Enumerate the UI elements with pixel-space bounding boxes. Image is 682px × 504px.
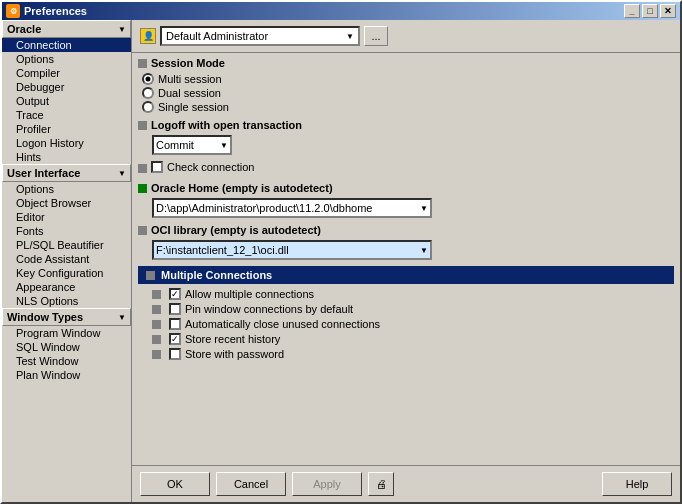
auto-close-checkbox[interactable] bbox=[169, 318, 181, 330]
bottom-bar: OK Cancel Apply 🖨 Help bbox=[132, 465, 680, 502]
sidebar-item-nls-options[interactable]: NLS Options bbox=[2, 294, 131, 308]
sidebar-item-profiler[interactable]: Profiler bbox=[2, 122, 131, 136]
sidebar-item-code-assistant[interactable]: Code Assistant bbox=[2, 252, 131, 266]
window-title: Preferences bbox=[24, 5, 87, 17]
oracle-items: Connection Options Compiler Debugger Out… bbox=[2, 38, 131, 164]
logoff-section: Logoff with open transaction Commit ▼ bbox=[138, 119, 674, 155]
close-button[interactable]: ✕ bbox=[660, 4, 676, 18]
session-mode-options: Multi session Dual session Single sessio… bbox=[138, 73, 674, 113]
maximize-button[interactable]: □ bbox=[642, 4, 658, 18]
pin-window-connections-row: Pin window connections by default bbox=[152, 303, 674, 315]
sidebar-item-logon-history[interactable]: Logon History bbox=[2, 136, 131, 150]
check-connection-indicator bbox=[138, 164, 147, 173]
oci-library-dropdown[interactable]: F:\instantclient_12_1\oci.dll ▼ bbox=[152, 240, 432, 260]
allow-multiple-connections-checkbox[interactable] bbox=[169, 288, 181, 300]
title-bar: ⚙ Preferences _ □ ✕ bbox=[2, 2, 680, 20]
dual-session-option[interactable]: Dual session bbox=[142, 87, 674, 99]
sidebar-item-hints[interactable]: Hints bbox=[2, 150, 131, 164]
session-mode-section: Session Mode Multi session Dual session bbox=[138, 57, 674, 113]
oracle-home-dropdown-arrow: ▼ bbox=[420, 204, 428, 213]
sidebar-item-plan-window[interactable]: Plan Window bbox=[2, 368, 131, 382]
sidebar-item-fonts[interactable]: Fonts bbox=[2, 224, 131, 238]
ui-items: Options Object Browser Editor Fonts PL/S… bbox=[2, 182, 131, 308]
user-interface-section-header[interactable]: User Interface ▼ bbox=[2, 164, 131, 182]
connection-dropdown[interactable]: Default Administrator ▼ bbox=[160, 26, 360, 46]
print-button[interactable]: 🖨 bbox=[368, 472, 394, 496]
sidebar-item-options[interactable]: Options bbox=[2, 52, 131, 66]
oci-library-dropdown-arrow: ▼ bbox=[420, 246, 428, 255]
mc-header-indicator bbox=[146, 271, 155, 280]
sidebar-item-plsql-beautifier[interactable]: PL/SQL Beautifier bbox=[2, 238, 131, 252]
sidebar-item-program-window[interactable]: Program Window bbox=[2, 326, 131, 340]
settings-scroll-area: Session Mode Multi session Dual session bbox=[132, 53, 680, 465]
sidebar-item-connection[interactable]: Connection bbox=[2, 38, 131, 52]
sidebar-item-test-window[interactable]: Test Window bbox=[2, 354, 131, 368]
session-mode-label: Session Mode bbox=[151, 57, 225, 69]
oracle-home-value: D:\app\Administrator\product\11.2.0\dbho… bbox=[156, 202, 372, 214]
multi-session-option[interactable]: Multi session bbox=[142, 73, 674, 85]
oci-library-section: OCI library (empty is autodetect) F:\ins… bbox=[138, 224, 674, 260]
oracle-section-header[interactable]: Oracle ▼ bbox=[2, 20, 131, 38]
oracle-home-dropdown[interactable]: D:\app\Administrator\product\11.2.0\dbho… bbox=[152, 198, 432, 218]
sidebar-item-object-browser[interactable]: Object Browser bbox=[2, 196, 131, 210]
connection-dropdown-value: Default Administrator bbox=[166, 30, 268, 42]
oracle-home-select-row: D:\app\Administrator\product\11.2.0\dbho… bbox=[152, 198, 674, 218]
minimize-button[interactable]: _ bbox=[624, 4, 640, 18]
pin-window-connections-checkbox[interactable] bbox=[169, 303, 181, 315]
auto-close-label: Automatically close unused connections bbox=[185, 318, 380, 330]
oci-library-select-row: F:\instantclient_12_1\oci.dll ▼ bbox=[152, 240, 674, 260]
logoff-select-row: Commit ▼ bbox=[152, 135, 674, 155]
check-connection-section: Check connection bbox=[138, 161, 674, 176]
window-types-label: Window Types bbox=[7, 311, 83, 323]
user-interface-label: User Interface bbox=[7, 167, 80, 179]
sidebar-item-key-configuration[interactable]: Key Configuration bbox=[2, 266, 131, 280]
check-connection-checkbox[interactable] bbox=[151, 161, 163, 173]
connection-dropdown-arrow: ▼ bbox=[346, 32, 354, 41]
oracle-arrow: ▼ bbox=[118, 25, 126, 34]
sidebar-item-sql-window[interactable]: SQL Window bbox=[2, 340, 131, 354]
window-types-section-header[interactable]: Window Types ▼ bbox=[2, 308, 131, 326]
sidebar-item-output[interactable]: Output bbox=[2, 94, 131, 108]
multiple-connections-header: Multiple Connections bbox=[138, 266, 674, 284]
window-icon: ⚙ bbox=[6, 4, 20, 18]
settings-inner: Session Mode Multi session Dual session bbox=[132, 53, 680, 465]
store-recent-history-row: Store recent history bbox=[152, 333, 674, 345]
right-panel: 👤 Default Administrator ▼ ... Session Mo… bbox=[132, 20, 680, 502]
check-connection-checkbox-row: Check connection bbox=[151, 161, 254, 173]
single-session-option[interactable]: Single session bbox=[142, 101, 674, 113]
store-recent-history-checkbox[interactable] bbox=[169, 333, 181, 345]
single-session-radio[interactable] bbox=[142, 101, 154, 113]
single-session-label: Single session bbox=[158, 101, 229, 113]
multiple-connections-label: Multiple Connections bbox=[161, 269, 272, 281]
sidebar-item-trace[interactable]: Trace bbox=[2, 108, 131, 122]
mc-options: Allow multiple connections Pin window co… bbox=[138, 288, 674, 360]
left-panel: Oracle ▼ Connection Options Compiler Deb… bbox=[2, 20, 132, 502]
oracle-label: Oracle bbox=[7, 23, 41, 35]
oracle-home-content: D:\app\Administrator\product\11.2.0\dbho… bbox=[138, 198, 674, 218]
title-bar-left: ⚙ Preferences bbox=[6, 4, 87, 18]
help-button[interactable]: Help bbox=[602, 472, 672, 496]
sidebar-item-ui-options[interactable]: Options bbox=[2, 182, 131, 196]
sidebar-item-appearance[interactable]: Appearance bbox=[2, 280, 131, 294]
apply-button[interactable]: Apply bbox=[292, 472, 362, 496]
pin-section-indicator bbox=[152, 305, 161, 314]
sidebar-item-editor[interactable]: Editor bbox=[2, 210, 131, 224]
multi-session-radio[interactable] bbox=[142, 73, 154, 85]
check-connection-label: Check connection bbox=[167, 161, 254, 173]
logoff-dropdown[interactable]: Commit ▼ bbox=[152, 135, 232, 155]
session-mode-indicator bbox=[138, 59, 147, 68]
sidebar-item-debugger[interactable]: Debugger bbox=[2, 80, 131, 94]
main-content: Oracle ▼ Connection Options Compiler Deb… bbox=[2, 20, 680, 502]
oracle-home-title-row: Oracle Home (empty is autodetect) bbox=[138, 182, 674, 194]
logoff-content: Commit ▼ bbox=[138, 135, 674, 155]
dual-session-label: Dual session bbox=[158, 87, 221, 99]
srh-indicator bbox=[152, 335, 161, 344]
ok-button[interactable]: OK bbox=[140, 472, 210, 496]
dual-session-radio[interactable] bbox=[142, 87, 154, 99]
store-with-password-checkbox[interactable] bbox=[169, 348, 181, 360]
cancel-button[interactable]: Cancel bbox=[216, 472, 286, 496]
dots-button[interactable]: ... bbox=[364, 26, 388, 46]
oracle-home-label: Oracle Home (empty is autodetect) bbox=[151, 182, 333, 194]
sidebar-item-compiler[interactable]: Compiler bbox=[2, 66, 131, 80]
oci-library-content: F:\instantclient_12_1\oci.dll ▼ bbox=[138, 240, 674, 260]
